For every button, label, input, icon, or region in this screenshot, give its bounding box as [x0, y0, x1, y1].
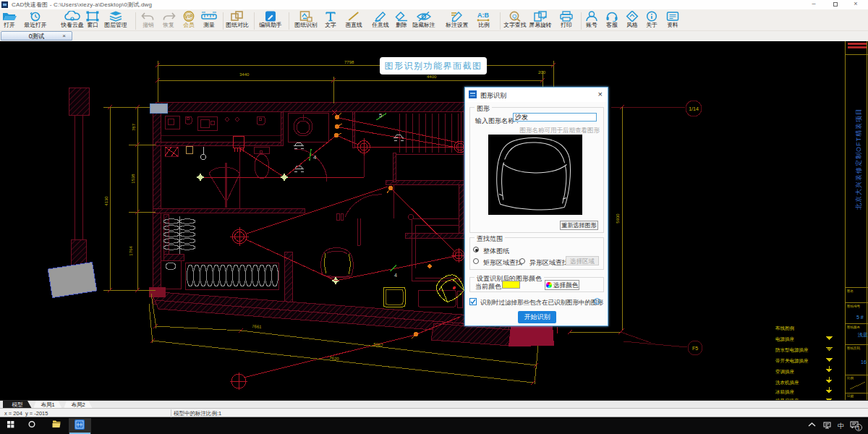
svg-text:7661: 7661 — [252, 324, 262, 329]
svg-text:4400: 4400 — [427, 75, 437, 79]
svg-text:5 #: 5 # — [856, 315, 864, 320]
svg-text:电源插座: 电源插座 — [775, 336, 795, 342]
svg-text:1538: 1538 — [131, 174, 135, 184]
svg-text:A:B: A:B — [477, 12, 489, 19]
svg-text:日期: 日期 — [847, 394, 854, 398]
svg-text:浅蓝: 浅蓝 — [857, 332, 868, 338]
svg-text:7798: 7798 — [344, 60, 354, 64]
svg-text:16: 16 — [861, 359, 867, 365]
svg-text:空调插座: 空调插座 — [775, 369, 795, 375]
svg-text:1/14: 1/14 — [689, 106, 699, 111]
svg-text:4: 4 — [394, 273, 397, 278]
svg-text:图纸页码: 图纸页码 — [847, 346, 861, 350]
svg-text:图纸颜色: 图纸颜色 — [847, 326, 861, 329]
svg-text:5930: 5930 — [616, 213, 620, 224]
svg-text:4: 4 — [313, 154, 317, 161]
svg-text:防水型电源插座: 防水型电源插座 — [775, 347, 809, 353]
svg-text:图纸编号: 图纸编号 — [847, 305, 861, 308]
svg-text:图名: 图名 — [847, 289, 854, 293]
svg-text:787: 787 — [132, 123, 136, 131]
svg-text:带开关电源插座: 带开关电源插座 — [775, 358, 809, 364]
svg-text:4130: 4130 — [104, 196, 109, 206]
svg-text:1: 1 — [857, 425, 860, 430]
svg-text:洗衣机插座: 洗衣机插座 — [775, 380, 799, 386]
svg-text:布线图例: 布线图例 — [775, 326, 794, 331]
svg-text:比例: 比例 — [847, 376, 854, 380]
svg-text:5962: 5962 — [373, 342, 384, 348]
svg-text:冰箱插座: 冰箱插座 — [775, 389, 795, 395]
svg-text:200: 200 — [538, 70, 546, 75]
svg-text:3440: 3440 — [239, 72, 250, 77]
svg-text:VIP: VIP — [185, 14, 193, 19]
svg-text:北京大兴装修定制OFT精装项目: 北京大兴装修定制OFT精装项目 — [855, 108, 862, 210]
svg-text:Q: Q — [512, 13, 516, 20]
svg-text:5: 5 — [379, 112, 383, 119]
svg-text:F5: F5 — [692, 346, 698, 351]
svg-text:1764: 1764 — [129, 246, 133, 256]
svg-text:中: 中 — [838, 422, 844, 430]
